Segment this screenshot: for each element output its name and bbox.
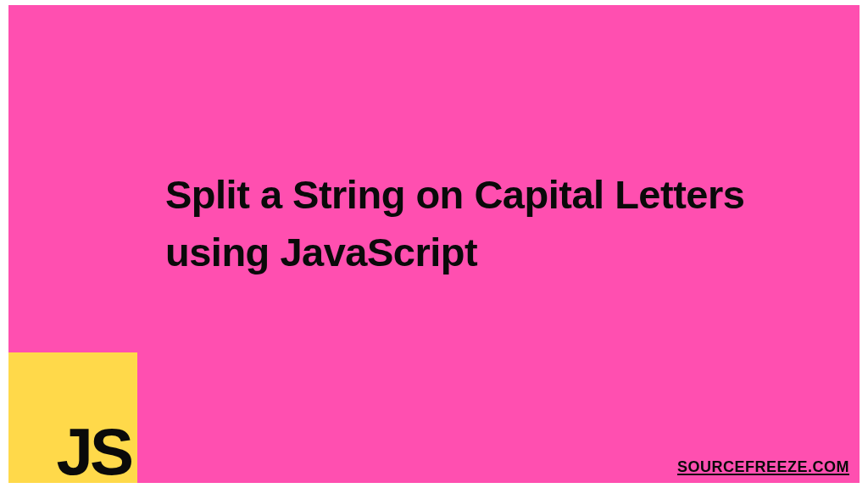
banner-canvas: Split a String on Capital Letters using …: [8, 5, 860, 483]
js-logo: JS: [8, 352, 137, 483]
js-logo-text: JS: [57, 420, 131, 483]
watermark-text: SOURCEFREEZE.COM: [677, 458, 849, 476]
headline-text: Split a String on Capital Letters using …: [165, 166, 779, 281]
